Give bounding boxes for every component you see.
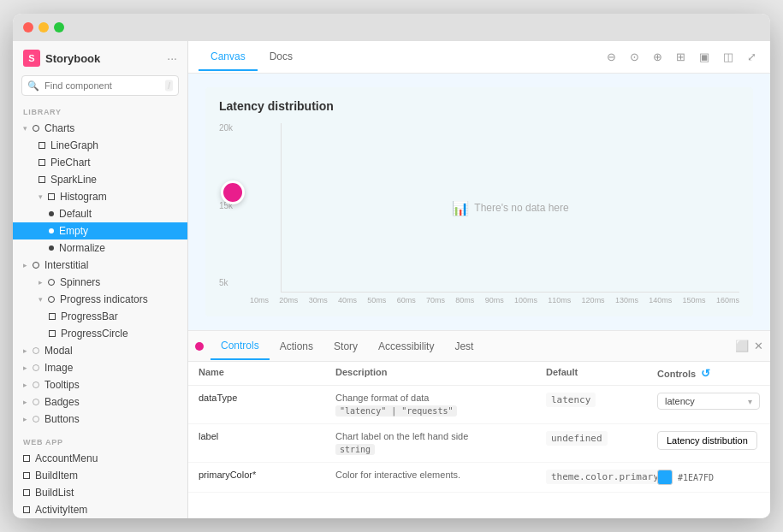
- zoom-reset-icon[interactable]: ⊙: [626, 49, 643, 65]
- builditem-icon: [23, 472, 30, 479]
- toolbar-icons: ⊖ ⊙ ⊕ ⊞ ▣ ◫ ⤢: [603, 49, 760, 65]
- sidebar-item-piechart[interactable]: PieChart: [13, 154, 187, 171]
- x-label-7: 80ms: [455, 296, 474, 304]
- tab-story[interactable]: Story: [323, 334, 368, 359]
- progressbar-label: ProgressBar: [61, 310, 118, 322]
- interstitial-label: Interstitial: [44, 259, 88, 271]
- sidebar-item-default[interactable]: Default: [13, 205, 187, 222]
- row-label-desc: Chart label on the left hand side string: [335, 431, 546, 455]
- sidebar-item-tooltips[interactable]: Tooltips: [13, 376, 187, 393]
- sidebar-item-modal[interactable]: Modal: [13, 342, 187, 359]
- table-row: dataType Change format of data "latency"…: [188, 386, 770, 424]
- search-input[interactable]: [21, 75, 179, 96]
- panel-side-icon[interactable]: ⬜: [735, 340, 749, 352]
- minimize-button[interactable]: [39, 22, 49, 33]
- sidebar-item-histogram[interactable]: Histogram: [13, 188, 187, 205]
- tab-actions[interactable]: Actions: [270, 334, 323, 359]
- datatype-select[interactable]: latency ▾: [657, 393, 760, 410]
- single-view-icon[interactable]: ▣: [696, 49, 713, 65]
- fullscreen-icon[interactable]: ⤢: [744, 49, 760, 65]
- image-label: Image: [44, 362, 73, 374]
- histogram-label: Histogram: [60, 191, 107, 203]
- label-control-button[interactable]: Latency distribution: [657, 431, 757, 450]
- tab-accessibility[interactable]: Accessibility: [368, 334, 444, 359]
- builditem-label: BuildItem: [35, 470, 78, 482]
- sidebar-item-badges[interactable]: Badges: [13, 393, 187, 411]
- x-label-15: 160ms: [716, 296, 739, 304]
- charts-label: Charts: [44, 122, 74, 134]
- col-name: Name: [199, 367, 335, 380]
- x-label-0: 10ms: [250, 296, 269, 304]
- sidebar-logo: S Storybook: [23, 50, 100, 67]
- color-swatch[interactable]: [657, 470, 673, 485]
- x-label-13: 140ms: [649, 296, 672, 304]
- modal-icon: [33, 347, 39, 354]
- main-toolbar: Canvas Docs ⊖ ⊙ ⊕ ⊞ ▣ ◫ ⤢: [188, 41, 770, 74]
- chart-title: Latency distribution: [219, 99, 739, 113]
- sidebar-item-interstitial[interactable]: Interstitial: [13, 257, 187, 274]
- default-label: Default: [59, 208, 92, 220]
- panel-close-icon[interactable]: ✕: [754, 340, 763, 352]
- row-label-default-val: undefined: [546, 431, 608, 446]
- sidebar-item-linegraph[interactable]: LineGraph: [13, 137, 187, 154]
- webapp-label: WEB APP: [13, 433, 187, 450]
- sidebar-item-charts[interactable]: Charts: [13, 120, 187, 137]
- col-default: Default: [546, 367, 657, 380]
- tab-docs[interactable]: Docs: [258, 44, 305, 71]
- chart-area: 20k 15k 5k 📊 There's no data here: [219, 123, 739, 304]
- zoom-out-icon[interactable]: ⊖: [603, 49, 620, 65]
- sidebar-item-progresscircle[interactable]: ProgressCircle: [13, 325, 187, 342]
- sidebar-item-empty[interactable]: Empty: [13, 222, 187, 239]
- modal-caret: [23, 346, 27, 355]
- app-window: S Storybook ··· 🔍 / LIBRARY Charts: [13, 14, 770, 518]
- sidebar-content: LIBRARY Charts LineGraph PieChart: [13, 103, 187, 518]
- accountmenu-icon: [23, 455, 30, 462]
- x-label-5: 60ms: [397, 296, 416, 304]
- row-label-default: undefined: [546, 431, 657, 446]
- maximize-button[interactable]: [54, 22, 64, 33]
- reset-controls-icon[interactable]: ↺: [701, 367, 710, 380]
- sidebar-item-activityitem[interactable]: ActivityItem: [13, 501, 187, 518]
- sidebar-item-accountmenu[interactable]: AccountMenu: [13, 450, 187, 467]
- color-control[interactable]: #1EA7FD: [657, 470, 760, 485]
- sidebar-item-image[interactable]: Image: [13, 359, 187, 376]
- tab-canvas[interactable]: Canvas: [199, 44, 258, 71]
- sidebar-item-progressbar[interactable]: ProgressBar: [13, 308, 187, 325]
- tooltips-caret: [23, 381, 27, 389]
- no-data-text: There's no data here: [474, 202, 568, 214]
- sidebar-app-name: Storybook: [45, 52, 100, 65]
- bars-chart-icon: 📊: [452, 199, 469, 216]
- tab-jest[interactable]: Jest: [444, 334, 483, 359]
- x-axis-labels: 10ms 20ms 30ms 40ms 50ms 60ms 70ms 80ms …: [250, 293, 739, 304]
- buildlist-label: BuildList: [35, 487, 74, 499]
- datatype-select-value: latency: [665, 396, 695, 406]
- zoom-in-icon[interactable]: ⊕: [650, 49, 666, 65]
- close-button[interactable]: [23, 22, 33, 33]
- badges-icon: [33, 399, 39, 405]
- side-view-icon[interactable]: ◫: [720, 49, 737, 65]
- sidebar-menu-button[interactable]: ···: [167, 51, 177, 65]
- grid-icon[interactable]: ⊞: [673, 49, 689, 65]
- row-datatype-desc-text: Change format of data: [335, 393, 546, 403]
- row-primarycolor-default-val: theme.color.primary: [546, 470, 664, 484]
- row-primarycolor-control: #1EA7FD: [657, 470, 760, 485]
- main-layout: S Storybook ··· 🔍 / LIBRARY Charts: [13, 41, 770, 518]
- linegraph-icon: [39, 142, 45, 149]
- row-datatype-control: latency ▾: [657, 393, 760, 410]
- tooltips-label: Tooltips: [44, 379, 80, 391]
- x-label-1: 20ms: [279, 296, 298, 304]
- sidebar-item-buildlist[interactable]: BuildList: [13, 484, 187, 501]
- sidebar-item-builditem[interactable]: BuildItem: [13, 467, 187, 484]
- x-label-11: 120ms: [582, 296, 605, 304]
- sidebar-item-progress-indicators[interactable]: Progress indicators: [13, 291, 187, 308]
- sidebar-header: S Storybook ···: [13, 41, 187, 75]
- modal-label: Modal: [44, 345, 73, 357]
- sidebar-item-spinners[interactable]: Spinners: [13, 274, 187, 291]
- sidebar-item-normalize[interactable]: Normalize: [13, 239, 187, 257]
- table-row: primaryColor* Color for interactive elem…: [188, 463, 770, 493]
- sidebar-item-buttons[interactable]: Buttons: [13, 411, 187, 428]
- sidebar-item-sparkline[interactable]: SparkLine: [13, 171, 187, 188]
- interstitial-caret: [23, 261, 27, 269]
- progress-caret: [39, 295, 43, 304]
- tab-controls[interactable]: Controls: [211, 333, 270, 360]
